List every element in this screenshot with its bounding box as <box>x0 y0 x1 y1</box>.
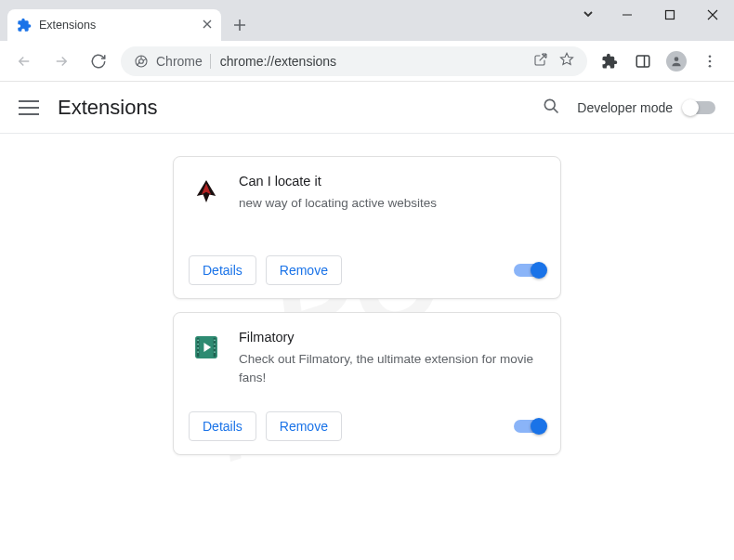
bookmark-button[interactable] <box>559 52 574 70</box>
svg-point-15 <box>197 351 199 353</box>
extension-description: new way of locating active websites <box>239 194 545 213</box>
forward-button[interactable] <box>46 46 76 76</box>
browser-toolbar: Chrome chrome://extensions <box>0 41 734 82</box>
plus-icon <box>233 19 246 32</box>
window-controls <box>606 0 734 30</box>
tab-search-button[interactable] <box>582 7 595 24</box>
svg-point-14 <box>197 347 199 349</box>
menu-toggle[interactable] <box>19 98 39 118</box>
puzzle-icon <box>601 53 618 70</box>
extensions-button[interactable] <box>595 46 624 76</box>
sidepanel-button[interactable] <box>628 46 658 76</box>
svg-rect-3 <box>636 56 649 67</box>
site-label: Chrome <box>156 54 203 69</box>
phoenix-icon <box>190 176 222 207</box>
arrow-right-icon <box>53 53 70 70</box>
dots-vertical-icon <box>701 53 718 70</box>
panel-icon <box>635 53 651 70</box>
url-text: chrome://extensions <box>220 54 336 69</box>
enable-toggle[interactable] <box>514 264 545 277</box>
details-button[interactable]: Details <box>189 255 256 285</box>
reload-button[interactable] <box>84 46 113 76</box>
close-window-button[interactable] <box>691 0 734 30</box>
puzzle-icon <box>17 18 32 33</box>
chrome-icon <box>134 54 149 69</box>
close-icon <box>707 9 718 20</box>
remove-button[interactable]: Remove <box>266 255 342 285</box>
svg-point-8 <box>545 99 556 110</box>
minimize-button[interactable] <box>606 0 649 30</box>
film-icon <box>190 332 222 363</box>
new-tab-button[interactable] <box>227 12 253 38</box>
extension-list: Can I locate it new way of locating acti… <box>0 134 734 477</box>
window-titlebar: Extensions <box>0 0 734 41</box>
developer-mode-toggle[interactable] <box>684 101 715 114</box>
extension-icon <box>189 174 224 209</box>
arrow-left-icon <box>16 53 33 70</box>
svg-point-5 <box>709 55 712 58</box>
svg-point-17 <box>214 344 216 345</box>
omnibox-actions <box>533 52 574 70</box>
svg-point-13 <box>197 344 199 345</box>
svg-point-19 <box>214 351 216 353</box>
share-button[interactable] <box>533 52 548 70</box>
svg-point-16 <box>214 340 216 342</box>
back-button[interactable] <box>9 46 39 76</box>
svg-point-18 <box>214 347 216 349</box>
browser-tab[interactable]: Extensions <box>7 9 221 41</box>
extension-description: Check out Filmatory, the ultimate extens… <box>239 350 545 386</box>
extension-name: Filmatory <box>239 330 545 345</box>
extension-name: Can I locate it <box>239 174 545 189</box>
search-icon <box>542 97 560 115</box>
maximize-button[interactable] <box>649 0 691 30</box>
search-button[interactable] <box>542 97 560 119</box>
svg-point-12 <box>197 340 199 342</box>
maximize-icon <box>664 9 675 20</box>
svg-point-7 <box>709 64 712 67</box>
tab-close-button[interactable] <box>203 19 212 32</box>
menu-button[interactable] <box>695 46 725 76</box>
toolbar-right <box>595 46 725 76</box>
share-icon <box>533 52 548 67</box>
omnibox[interactable]: Chrome chrome://extensions <box>121 46 587 76</box>
svg-point-6 <box>709 59 712 62</box>
svg-point-2 <box>139 59 144 63</box>
extension-icon <box>189 330 224 365</box>
close-icon <box>203 20 212 29</box>
page-header: Extensions Developer mode <box>0 82 734 134</box>
omnibox-divider <box>210 54 211 69</box>
tab-title: Extensions <box>39 19 195 32</box>
profile-button[interactable] <box>662 46 691 76</box>
developer-mode: Developer mode <box>577 100 715 115</box>
chevron-down-icon <box>582 7 595 20</box>
extensions-page: PC risk.com Extensions Developer mode <box>0 82 734 560</box>
remove-button[interactable]: Remove <box>266 411 342 441</box>
developer-mode-label: Developer mode <box>577 100 673 115</box>
extension-card: Can I locate it new way of locating acti… <box>173 156 561 299</box>
avatar-icon <box>666 51 687 72</box>
page-title: Extensions <box>58 96 158 120</box>
enable-toggle[interactable] <box>514 420 545 433</box>
details-button[interactable]: Details <box>189 411 256 441</box>
svg-rect-0 <box>666 11 675 20</box>
extension-card: Filmatory Check out Filmatory, the ultim… <box>173 312 561 455</box>
star-icon <box>559 52 574 67</box>
svg-point-4 <box>675 57 679 61</box>
site-chip: Chrome <box>134 54 211 69</box>
reload-icon <box>90 53 107 70</box>
minimize-icon <box>622 9 633 20</box>
